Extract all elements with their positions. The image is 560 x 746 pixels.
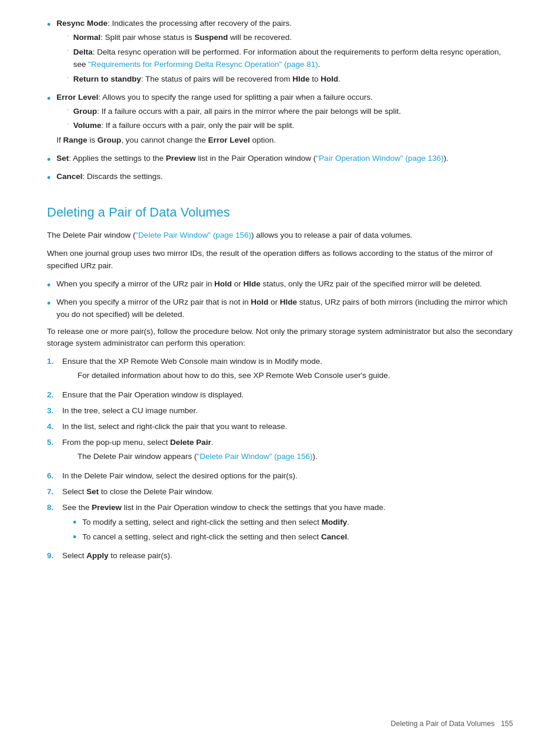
step-5-subpara: The Delete Pair window appears ("Delete … [77, 451, 513, 463]
bullet-dot-error: • [47, 92, 50, 106]
resync-mode-label: Resync Mode: Indicates the processing af… [56, 19, 292, 28]
bullet-dot-cancel: • [47, 171, 50, 185]
pair-operation-window-link[interactable]: "Pair Operation Window" (page 136) [316, 154, 443, 163]
section-heading: Deleting a Pair of Data Volumes [47, 202, 513, 222]
footer-page-number: 155 [501, 720, 513, 728]
step-8-sub-bullets: • To modify a setting, select and right-… [62, 517, 513, 544]
sub-item-group: ◦ Group: If a failure occurs with a pair… [67, 106, 401, 118]
section-bullet-1: • When you specify a mirror of the URz p… [47, 278, 513, 293]
section-bullet-list: • When you specify a mirror of the URz p… [47, 278, 513, 321]
step-5: 5. From the pop-up menu, select Delete P… [47, 437, 513, 467]
step-8-sub-2: • To cancel a setting, select and right-… [73, 531, 513, 544]
delta-resync-link[interactable]: "Requirements for Performing Delta Resyn… [88, 60, 318, 69]
set-content: Set: Applies the settings to the Preview… [56, 153, 448, 165]
section-bullet-2: • When you specify a mirror of the URz p… [47, 296, 513, 321]
list-item-error-level: • Error Level: Allows you to specify the… [47, 92, 513, 150]
step-7: 7. Select Set to close the Delete Pair w… [47, 486, 513, 498]
step-3: 3. In the tree, select a CU image number… [47, 405, 513, 417]
step-1: 1. Ensure that the XP Remote Web Console… [47, 356, 513, 386]
step-9: 9. Select Apply to release pair(s). [47, 550, 513, 562]
resync-sub-bullets: ◦ Normal: Split pair whose status is Sus… [56, 32, 513, 86]
bullet-dot-set: • [47, 153, 50, 167]
step-2: 2. Ensure that the Pair Operation window… [47, 389, 513, 401]
intro-steps-para: To release one or more pair(s), follow t… [47, 326, 513, 350]
section-para2: When one journal group uses two mirror I… [47, 248, 513, 272]
cancel-content: Cancel: Discards the settings. [56, 171, 163, 183]
if-range-note: If Range is Group, you cannot change the… [56, 134, 401, 147]
step-1-subpara: For detailed information about how to do… [77, 370, 513, 382]
footer-section-label: Deleting a Pair of Data Volumes [391, 720, 495, 728]
sub-item-delta: ◦ Delta: Delta resync operation will be … [67, 46, 513, 71]
resync-mode-content: Resync Mode: Indicates the processing af… [56, 18, 513, 88]
step-8-sub-1: • To modify a setting, select and right-… [73, 517, 513, 529]
step-4: 4. In the list, select and right-click t… [47, 421, 513, 433]
sub-item-return-standby: ◦ Return to standby: The status of pairs… [67, 73, 513, 86]
error-level-sub-bullets: ◦ Group: If a failure occurs with a pair… [56, 106, 401, 133]
step-6: 6. In the Delete Pair window, select the… [47, 470, 513, 482]
steps-list: 1. Ensure that the XP Remote Web Console… [47, 356, 513, 562]
top-bullet-list: • Resync Mode: Indicates the processing … [47, 18, 513, 186]
page-footer: Deleting a Pair of Data Volumes 155 [391, 718, 513, 730]
sub-item-normal: ◦ Normal: Split pair whose status is Sus… [67, 32, 513, 44]
error-level-label: Error Level: Allows you to specify the r… [56, 93, 373, 102]
sub-item-volume: ◦ Volume: If a failure occurs with a pai… [67, 120, 401, 132]
error-level-content: Error Level: Allows you to specify the r… [56, 92, 401, 150]
list-item-resync-mode: • Resync Mode: Indicates the processing … [47, 18, 513, 88]
list-item-set: • Set: Applies the settings to the Previ… [47, 153, 513, 167]
step-8: 8. See the Preview list in the Pair Oper… [47, 502, 513, 546]
delete-pair-window-link-2[interactable]: "Delete Pair Window" (page 156) [197, 452, 312, 461]
section-para1: The Delete Pair window ("Delete Pair Win… [47, 229, 513, 242]
bullet-dot-resync: • [47, 18, 50, 32]
delete-pair-window-link-1[interactable]: "Delete Pair Window" (page 156) [136, 231, 251, 239]
list-item-cancel: • Cancel: Discards the settings. [47, 171, 513, 185]
